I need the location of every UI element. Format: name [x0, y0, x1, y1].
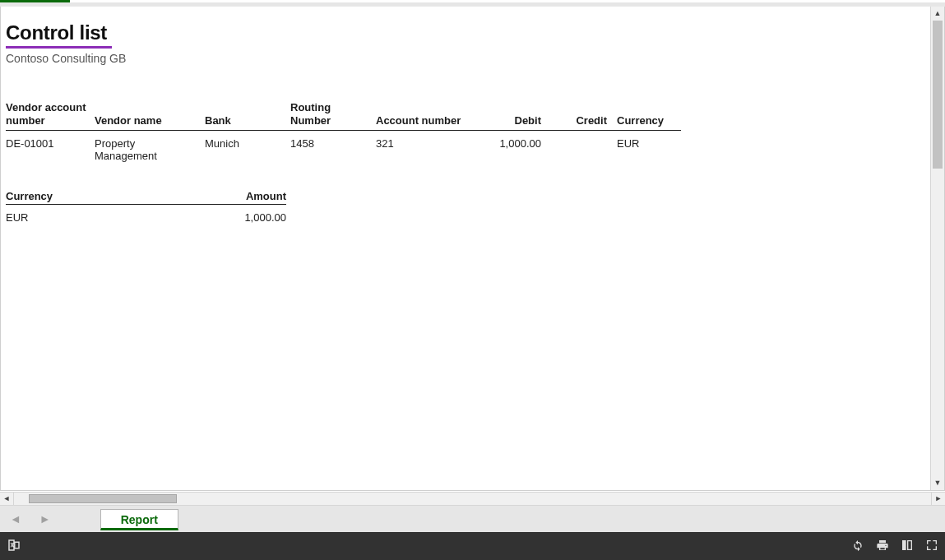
vertical-scrollbar[interactable]: ▲ ▼: [930, 7, 944, 490]
col-sum-amount: Amount: [206, 190, 286, 205]
company-subtitle: Contoso Consulting GB: [6, 52, 926, 65]
col-currency: Currency: [612, 101, 681, 130]
main-table-area: Vendor account number Vendor name Bank R…: [6, 101, 926, 224]
payments-table: Vendor account number Vendor name Bank R…: [6, 101, 681, 162]
col-credit: Credit: [546, 101, 612, 130]
report-content: Control list Contoso Consulting GB Vendo: [1, 7, 926, 475]
cell-sum-currency: EUR: [6, 204, 206, 224]
status-bar: [0, 532, 945, 560]
scroll-left-button[interactable]: ◄: [0, 493, 14, 505]
chevron-left-icon: ◄: [3, 495, 11, 502]
excel-icon[interactable]: [7, 538, 21, 555]
cell-debit: 1,000.00: [487, 130, 546, 162]
col-sum-currency: Currency: [6, 190, 206, 205]
vscroll-track[interactable]: [931, 21, 944, 476]
table-header-row: Vendor account number Vendor name Bank R…: [6, 101, 681, 130]
page-title: Control list: [6, 21, 926, 44]
fullscreen-icon[interactable]: [925, 539, 938, 554]
horizontal-scrollbar[interactable]: ◄ ►: [0, 492, 945, 506]
col-bank: Bank: [205, 101, 290, 130]
col-routing: Routing Number: [290, 101, 376, 130]
summary-row: EUR 1,000.00: [6, 204, 286, 224]
sheet-tab-report[interactable]: Report: [100, 509, 178, 530]
cell-sum-amount: 1,000.00: [206, 204, 286, 224]
scroll-down-button[interactable]: ▼: [931, 476, 944, 490]
cell-currency: EUR: [612, 130, 681, 162]
next-sheet-button[interactable]: ►: [35, 512, 56, 525]
sheet-tabs-row: ◄ ► Report: [0, 506, 945, 532]
cell-vendor-name: Property Management: [95, 130, 205, 162]
summary-table: Currency Amount EUR 1,000.00: [6, 190, 286, 224]
cell-vendor-account: DE-01001: [6, 130, 95, 162]
col-vendor-account: Vendor account number: [6, 101, 95, 130]
page-layout-icon[interactable]: [901, 539, 914, 554]
title-underline: [6, 46, 112, 49]
chevron-right-icon: ►: [935, 495, 943, 502]
refresh-icon[interactable]: [851, 539, 864, 554]
col-account-no: Account number: [376, 101, 487, 130]
col-vendor-name: Vendor name: [95, 101, 205, 130]
vscroll-thumb[interactable]: [933, 21, 943, 169]
cell-bank: Munich: [205, 130, 290, 162]
summary-header-row: Currency Amount: [6, 190, 286, 205]
chevron-up-icon: ▲: [934, 10, 942, 17]
hscroll-track[interactable]: [13, 493, 931, 505]
hscroll-thumb[interactable]: [29, 494, 177, 503]
prev-sheet-button[interactable]: ◄: [5, 512, 26, 525]
table-row: DE-01001 Property Management Munich 1458…: [6, 130, 681, 162]
col-debit: Debit: [487, 101, 546, 130]
report-viewport: Control list Contoso Consulting GB Vendo: [0, 7, 945, 491]
cell-account-no: 321: [376, 130, 487, 162]
scroll-up-button[interactable]: ▲: [931, 7, 944, 21]
scroll-right-button[interactable]: ►: [931, 493, 945, 505]
print-icon[interactable]: [876, 539, 889, 554]
cell-routing: 1458: [290, 130, 376, 162]
cell-credit: [546, 130, 612, 162]
chevron-down-icon: ▼: [934, 479, 942, 487]
